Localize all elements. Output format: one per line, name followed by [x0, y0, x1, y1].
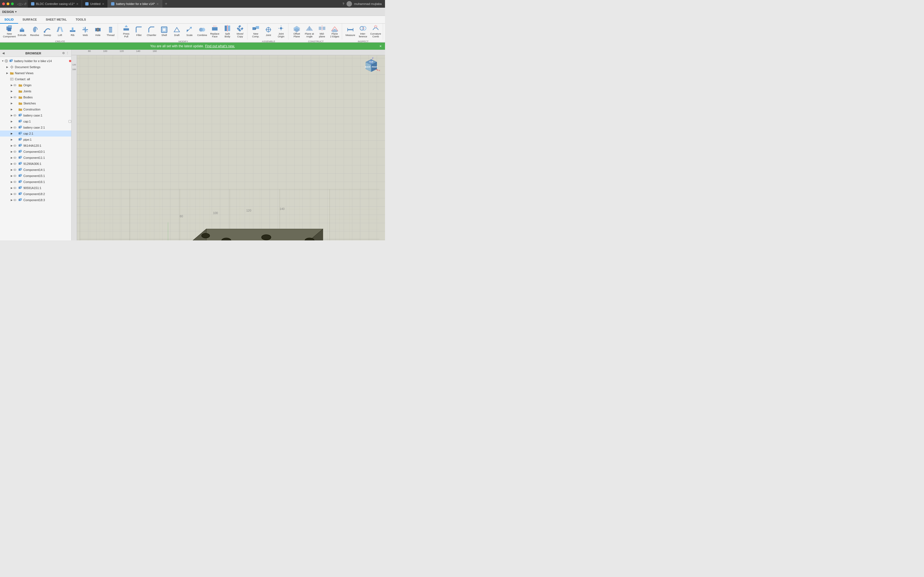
thread-button[interactable]: Thread — [105, 24, 116, 39]
new-component-button[interactable]: NewComponent — [3, 24, 15, 39]
shell-button[interactable]: Shell — [158, 24, 170, 39]
sidebar-item-joints[interactable]: ▶ Joints — [0, 88, 71, 94]
sidebar-item-origin[interactable]: ▶ Origin — [0, 82, 71, 88]
rib-button[interactable]: Rib — [66, 24, 79, 39]
named-views-expand-icon[interactable]: ▶ — [5, 71, 9, 75]
component14-expand-icon[interactable]: ▶ — [10, 168, 13, 171]
sidebar-item-component14[interactable]: ▶ Component14:1 — [0, 167, 71, 173]
tab-bldc[interactable]: BLDC Controller casing v11* ✕ — [28, 0, 82, 8]
tab-untitled-close[interactable]: ✕ — [102, 2, 104, 5]
tab-battery-holder[interactable]: battery holder for e bike v14* ✕ — [108, 0, 162, 8]
extrude-button[interactable]: Extrude — [16, 24, 28, 39]
browser-resize-icon[interactable]: ⋮ — [66, 52, 69, 55]
joint-origin-button[interactable]: JointOrigin — [275, 24, 287, 39]
pipe-1-expand-icon[interactable]: ▶ — [10, 138, 13, 141]
loft-button[interactable]: Loft — [54, 24, 66, 39]
nav-back-button[interactable]: ◁ — [17, 2, 20, 6]
cube-navigator[interactable]: Z X TOP RIGHT BACK — [362, 56, 381, 76]
sidebar-item-91290A306[interactable]: ▶ 91290A306:1 — [0, 161, 71, 167]
component16-expand-icon[interactable]: ▶ — [10, 180, 13, 184]
close-window-button[interactable] — [2, 2, 5, 5]
component18-3-expand-icon[interactable]: ▶ — [10, 198, 13, 201]
91290A306-expand-icon[interactable]: ▶ — [10, 162, 13, 165]
sidebar-item-component10[interactable]: ▶ Component10:1 — [0, 149, 71, 155]
tab-solid[interactable]: SOLID — [0, 16, 18, 24]
96144A120-expand-icon[interactable]: ▶ — [10, 144, 13, 147]
nav-refresh-button[interactable]: ↺ — [24, 2, 27, 6]
viewport[interactable]: 80 100 120 140 160 120 100 — [71, 50, 385, 240]
origin-expand-icon[interactable]: ▶ — [10, 84, 13, 87]
sidebar-item-contact[interactable]: Contact: all — [0, 76, 71, 82]
minimize-window-button[interactable] — [6, 2, 9, 5]
sidebar-item-document-settings[interactable]: ▶ Document Settings — [0, 64, 71, 70]
draft-button[interactable]: Draft — [171, 24, 183, 39]
offset-plane-button[interactable]: OffsetPlane — [291, 24, 303, 39]
maximize-window-button[interactable] — [11, 2, 14, 5]
browser-collapse-icon[interactable]: ◀ — [2, 52, 5, 55]
move-copy-button[interactable]: Move/Copy — [234, 24, 246, 39]
battery-case-2-expand-icon[interactable]: ▶ — [10, 126, 13, 129]
notification-close-button[interactable]: × — [380, 44, 382, 48]
design-dropdown-button[interactable]: DESIGN ▼ — [2, 10, 17, 13]
sidebar-item-cap-2[interactable]: ▶ cap 2:1 — [0, 131, 71, 137]
hole-button[interactable]: Hole — [92, 24, 104, 39]
bodies-expand-icon[interactable]: ▶ — [10, 96, 13, 99]
tab-tools[interactable]: TOOLS — [71, 16, 90, 24]
fillet-button[interactable]: Fillet — [133, 24, 145, 39]
press-pull-button[interactable]: PressPull — [120, 24, 132, 39]
midplane-button[interactable]: Mid-plane — [316, 24, 328, 39]
tab-untitled[interactable]: Untitled ✕ — [82, 0, 108, 8]
help-icon[interactable]: ? — [342, 2, 344, 5]
measure-button[interactable]: Measure — [344, 24, 356, 39]
component15-expand-icon[interactable]: ▶ — [10, 174, 13, 177]
tab-sheet-metal[interactable]: SHEET METAL — [41, 16, 71, 24]
sidebar-item-sketches[interactable]: ▶ Sketches — [0, 100, 71, 106]
sidebar-item-cap-1[interactable]: ▶ cap:1 — [0, 118, 71, 124]
browser-settings-icon[interactable]: ⚙ — [62, 52, 65, 55]
revolve-button[interactable]: Revolve — [29, 24, 41, 39]
chamfer-button[interactable]: Chamfer — [145, 24, 158, 39]
sweep-button[interactable]: Sweep — [41, 24, 53, 39]
tree-root-item[interactable]: ▼ battery holder for e bike v14 — [0, 58, 71, 64]
root-expand-icon[interactable]: ▼ — [1, 60, 5, 63]
component18-2-expand-icon[interactable]: ▶ — [10, 192, 13, 196]
add-tab-button[interactable]: + — [162, 0, 170, 8]
doc-settings-expand-icon[interactable]: ▶ — [5, 65, 9, 69]
sidebar-item-battery-case-1[interactable]: ▶ battery case:1 — [0, 112, 71, 118]
plane-angle-button[interactable]: Plane atAngle — [303, 24, 315, 39]
construction-expand-icon[interactable]: ▶ — [10, 108, 13, 111]
cap-2-expand-icon[interactable]: ▶ — [10, 132, 13, 135]
tab-bldc-close[interactable]: ✕ — [76, 2, 78, 5]
sidebar-item-construction[interactable]: ▶ Construction — [0, 106, 71, 112]
sidebar-item-bodies[interactable]: ▶ Bodies — [0, 94, 71, 100]
web-button[interactable]: Web — [79, 24, 91, 39]
90591A151-expand-icon[interactable]: ▶ — [10, 186, 13, 190]
sidebar-item-component11[interactable]: ▶ Component11:1 — [0, 155, 71, 161]
sketches-expand-icon[interactable]: ▶ — [10, 102, 13, 105]
curvature-button[interactable]: CurvatureComb — [370, 24, 382, 39]
tab-surface[interactable]: SURFACE — [18, 16, 42, 24]
scale-button[interactable]: Scale — [183, 24, 195, 39]
sidebar-item-named-views[interactable]: ▶ Named Views — [0, 70, 71, 76]
joints-expand-icon[interactable]: ▶ — [10, 90, 13, 93]
sidebar-item-component16[interactable]: ▶ Component16:1 — [0, 179, 71, 185]
notification-link[interactable]: Find out what's new. — [205, 44, 235, 48]
component11-expand-icon[interactable]: ▶ — [10, 156, 13, 160]
battery-case-1-expand-icon[interactable]: ▶ — [10, 114, 13, 117]
sidebar-item-component18-2[interactable]: ▶ Component18:2 — [0, 191, 71, 197]
interference-button[interactable]: Inter-ference — [357, 24, 369, 39]
sidebar-item-90591A151[interactable]: ▶ 90591A151:1 — [0, 185, 71, 191]
sidebar-item-pipe-1[interactable]: ▶ pipe:1 — [0, 137, 71, 143]
sidebar-item-96144A120[interactable]: ▶ 96144A120:1 — [0, 143, 71, 149]
assemble-component-button[interactable]: NewComp. — [250, 24, 262, 39]
sidebar-item-component18-3[interactable]: ▶ Component18:3 — [0, 197, 71, 203]
sidebar-item-component15[interactable]: ▶ Component15:1 — [0, 173, 71, 179]
sidebar-item-battery-case-2[interactable]: ▶ battery case 2:1 — [0, 124, 71, 131]
component10-expand-icon[interactable]: ▶ — [10, 150, 13, 153]
cap-1-expand-icon[interactable]: ▶ — [10, 120, 13, 123]
joint-button[interactable]: Joint — [262, 24, 275, 39]
combine-button[interactable]: Combine — [196, 24, 208, 39]
plane-two-edges-button[interactable]: Plane2 Edges — [329, 24, 341, 39]
tab-battery-holder-close[interactable]: ✕ — [157, 2, 159, 5]
nav-forward-button[interactable]: ▷ — [20, 2, 23, 6]
